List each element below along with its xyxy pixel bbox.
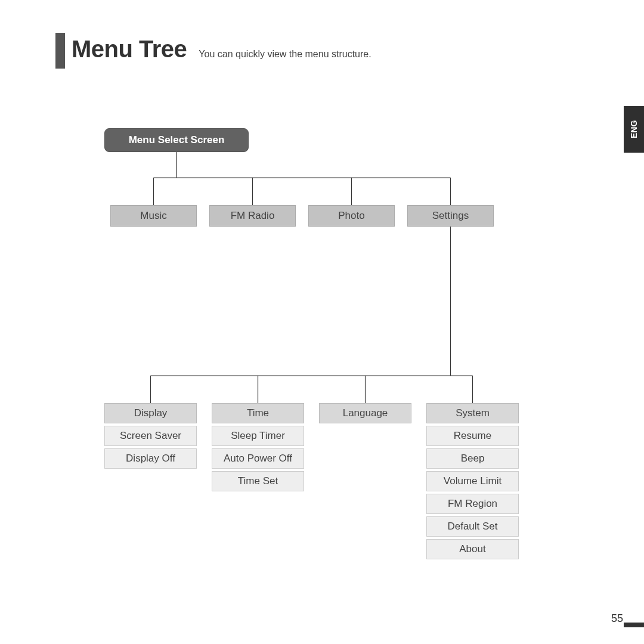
- title-accent-bar: [55, 33, 65, 69]
- menu-node-volume-limit: Volume Limit: [426, 471, 519, 491]
- menu-node-time-set: Time Set: [212, 471, 304, 491]
- menu-node-photo: Photo: [308, 205, 395, 227]
- menu-node-about: About: [426, 539, 519, 559]
- menu-node-display: Display: [104, 403, 197, 423]
- menu-node-auto-power-off: Auto Power Off: [212, 448, 304, 469]
- page-header: Menu Tree You can quickly view the menu …: [72, 36, 371, 63]
- menu-node-system: System: [426, 403, 519, 423]
- menu-node-default-set: Default Set: [426, 516, 519, 537]
- menu-node-beep: Beep: [426, 448, 519, 469]
- menu-node-display-off: Display Off: [104, 448, 197, 469]
- menu-node-fm-radio: FM Radio: [209, 205, 296, 227]
- menu-node-time: Time: [212, 403, 304, 423]
- menu-node-screen-saver: Screen Saver: [104, 426, 197, 446]
- menu-node-sleep-timer: Sleep Timer: [212, 426, 304, 446]
- page-subtitle: You can quickly view the menu structure.: [199, 49, 371, 60]
- menu-node-language: Language: [319, 403, 411, 423]
- menu-node-music: Music: [110, 205, 197, 227]
- tree-connectors: [0, 0, 644, 644]
- menu-node-settings: Settings: [407, 205, 494, 227]
- page-number: 55: [611, 612, 623, 625]
- language-tab: ENG: [624, 106, 644, 153]
- menu-node-fm-region: FM Region: [426, 494, 519, 514]
- menu-root-node: Menu Select Screen: [104, 128, 249, 152]
- menu-node-resume: Resume: [426, 426, 519, 446]
- page-title: Menu Tree: [72, 36, 187, 63]
- page-number-mark: [624, 623, 644, 627]
